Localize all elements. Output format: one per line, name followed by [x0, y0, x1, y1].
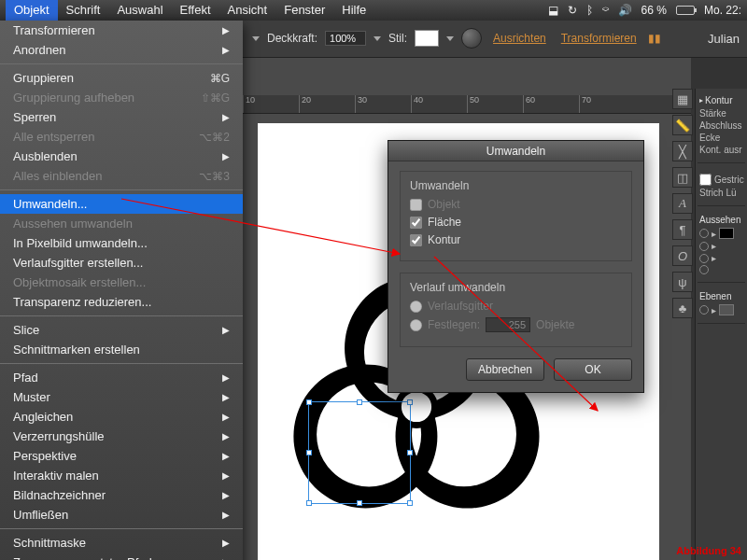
mi-gruppieren[interactable]: Gruppieren⌘G	[0, 68, 243, 88]
row-kont-ausr: Kont. ausr	[699, 145, 743, 155]
festlegen-value	[486, 317, 530, 332]
pin-icon[interactable]: ▮▮	[648, 32, 661, 45]
right-panels: ▸Kontur Stärke Abschluss Ecke Kont. ausr…	[695, 89, 747, 560]
mi-zusammengesetzter-pfad[interactable]: Zusammengesetzter Pfad▶	[0, 553, 243, 560]
menu-ansicht[interactable]: Ansicht	[219, 0, 276, 21]
grid-icon[interactable]: ▦	[672, 89, 693, 109]
cancel-button[interactable]: Abbrechen	[466, 358, 544, 381]
dropbox-icon: ⬓	[548, 4, 558, 17]
mi-ausblenden[interactable]: Ausblenden▶	[0, 147, 243, 166]
mi-umfliessen[interactable]: Umfließen▶	[0, 505, 243, 525]
battery-pct: 66 %	[641, 4, 667, 17]
row-staerke: Stärke	[699, 108, 743, 119]
style-label: Stil:	[388, 32, 407, 45]
transform-link[interactable]: Transformieren	[557, 32, 641, 45]
eye-icon[interactable]	[699, 305, 709, 315]
panel-ebenen[interactable]: Ebenen	[699, 291, 731, 301]
mi-umwandeln[interactable]: Umwandeln...	[0, 194, 243, 214]
eye-icon[interactable]	[699, 254, 709, 263]
ok-button[interactable]: OK	[554, 358, 632, 381]
mi-anordnen[interactable]: Anordnen▶	[0, 40, 243, 60]
system-tray: ⬓ ↻ ᛒ ⌔ 🔊 66 % Mo. 22:	[548, 4, 741, 17]
group-verlauf: Verlauf umwandeln	[410, 281, 622, 294]
options-bar: Deckkraft: 100% Stil: Ausrichten Transfo…	[252, 28, 661, 49]
mi-transformieren[interactable]: Transformieren▶	[0, 21, 243, 40]
group-umwandeln: Umwandeln	[410, 179, 622, 192]
opentype-icon[interactable]: O	[672, 245, 693, 266]
radio-gitter: Verlaufsgitter	[410, 300, 622, 313]
chk-flaeche[interactable]: Fläche	[410, 216, 622, 229]
mi-objektmosaik: Objektmosaik erstellen...	[0, 273, 243, 292]
mi-verlaufsgitter[interactable]: Verlaufsgitter erstellen...	[0, 253, 243, 273]
type-icon[interactable]: A	[672, 193, 693, 214]
battery-icon	[676, 6, 695, 15]
sync-icon: ↻	[568, 4, 577, 17]
mi-alles-einblenden: Alles einblenden⌥⌘3	[0, 166, 243, 186]
mi-angleichen[interactable]: Angleichen▶	[0, 407, 243, 427]
chk-kontur[interactable]: Kontur	[410, 233, 622, 246]
mi-schnittmarken[interactable]: Schnittmarken erstellen	[0, 340, 243, 359]
menu-auswahl[interactable]: Auswahl	[108, 0, 171, 21]
mi-sperren[interactable]: Sperren▶	[0, 107, 243, 127]
paragraph-icon[interactable]: ¶	[672, 219, 693, 240]
mi-schnittmaske[interactable]: Schnittmaske▶	[0, 533, 243, 553]
clock: Mo. 22:	[704, 4, 741, 17]
umwandeln-dialog: Umwandeln Umwandeln Objekt Fläche Kontur…	[388, 140, 644, 393]
menu-effekt[interactable]: Effekt	[172, 0, 219, 21]
wifi-icon: ⌔	[602, 4, 609, 17]
menu-schrift[interactable]: Schrift	[58, 0, 109, 21]
menu-fenster[interactable]: Fenster	[275, 0, 333, 21]
bluetooth-icon: ᛒ	[586, 4, 593, 17]
chk-objekt: Objekt	[410, 198, 622, 211]
mac-menubar: Objekt Schrift Auswahl Effekt Ansicht Fe…	[0, 0, 747, 21]
dialog-title: Umwandeln	[388, 141, 643, 161]
panel-aussehen[interactable]: Aussehen	[699, 215, 740, 225]
snap-icon[interactable]: ╳	[672, 141, 693, 161]
usb-icon[interactable]: ψ	[672, 272, 693, 292]
align-link[interactable]: Ausrichten	[489, 32, 550, 45]
mi-pfad[interactable]: Pfad▶	[0, 368, 243, 387]
round-button[interactable]	[461, 28, 482, 49]
mi-muster[interactable]: Muster▶	[0, 387, 243, 407]
mi-gruppierung-aufheben: Gruppierung aufheben⇧⌘G	[0, 88, 243, 107]
volume-icon: 🔊	[618, 4, 632, 17]
panel-kontur[interactable]: Kontur	[705, 95, 732, 105]
row-ecke: Ecke	[699, 133, 743, 143]
ruler-icon[interactable]: 📏	[672, 115, 693, 135]
eye-icon[interactable]	[699, 265, 709, 274]
menu-objekt[interactable]: Objekt	[6, 0, 58, 21]
mi-transparenz[interactable]: Transparenz reduzieren...	[0, 292, 243, 312]
ruler-horizontal: 10203040506070	[243, 95, 691, 114]
radio-festlegen: Festlegen: Objekte	[410, 317, 622, 332]
mi-aussehen-umwandeln: Aussehen umwandeln	[0, 214, 243, 233]
opacity-label: Deckkraft:	[267, 32, 317, 45]
eye-icon[interactable]	[699, 242, 709, 251]
chk-gestrichelt[interactable]	[699, 174, 712, 186]
perspective-icon[interactable]: ◫	[672, 167, 693, 188]
mi-bildnachzeichner[interactable]: Bildnachzeichner▶	[0, 485, 243, 505]
row-abschluss: Abschluss	[699, 120, 743, 131]
objekt-dropdown: Transformieren▶ Anordnen▶ Gruppieren⌘G G…	[0, 21, 243, 560]
style-swatch[interactable]	[415, 30, 439, 47]
right-dock: ▦ 📏 ╳ ◫ A ¶ O ψ ♣	[670, 89, 695, 318]
mi-pixelbild[interactable]: In Pixelbild umwandeln...	[0, 233, 243, 253]
opacity-value[interactable]: 100%	[325, 31, 366, 46]
document-title: Julian	[708, 32, 740, 46]
mi-verzerrungshuelle[interactable]: Verzerrungshülle▶	[0, 427, 243, 446]
figure-caption: Abbildung 34	[676, 545, 741, 556]
selection-box[interactable]	[308, 401, 411, 504]
mi-interaktiv-malen[interactable]: Interaktiv malen▶	[0, 466, 243, 485]
club-icon[interactable]: ♣	[672, 298, 693, 318]
mi-perspektive[interactable]: Perspektive▶	[0, 446, 243, 466]
mi-alle-entsperren: Alle entsperren⌥⌘2	[0, 127, 243, 147]
mi-slice[interactable]: Slice▶	[0, 320, 243, 340]
menu-hilfe[interactable]: Hilfe	[333, 0, 374, 21]
eye-icon[interactable]	[699, 229, 709, 238]
